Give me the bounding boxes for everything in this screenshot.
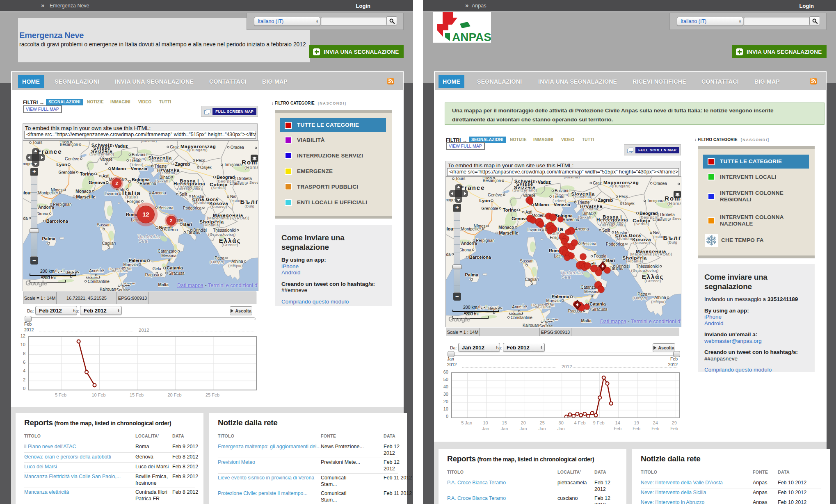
chart-point-feb-3-2012[interactable]: [576, 412, 579, 415]
nav-item-home[interactable]: HOME: [18, 75, 44, 88]
date-from-select[interactable]: Feb 2012▲▼: [35, 306, 77, 315]
timeline-chart[interactable]: [451, 372, 680, 418]
category-item-interruzione-servizi[interactable]: INTERRUZIONE SERVIZI: [280, 152, 386, 159]
report-link[interactable]: Protezione Civile: persiste il maltempo.…: [218, 490, 320, 497]
chart-point-feb-7-2012[interactable]: [77, 340, 80, 343]
topbar-site-name[interactable]: Anpas: [472, 3, 486, 9]
language-select[interactable]: Italiano (IT)▲▼: [254, 17, 320, 26]
howto-form-link[interactable]: Compilando questo modulo: [704, 367, 808, 373]
report-marker[interactable]: [598, 286, 604, 293]
nav-item-ricevi-notifiche[interactable]: RICEVI NOTIFICHE: [627, 75, 692, 88]
report-link[interactable]: Neve: l'intervento in Abruzzo: [641, 499, 752, 504]
nav-item-invia-una-segnalazione[interactable]: INVIA UNA SEGNALAZIONE: [533, 75, 622, 88]
timeline-slider[interactable]: [450, 353, 678, 356]
category-item-trasporti-pubblici[interactable]: TRASPORTI PUBBLICI: [280, 183, 386, 190]
timeline-chart[interactable]: [28, 336, 257, 390]
chart-point-jan-31-2012[interactable]: [565, 415, 568, 417]
p0-map-pan-control[interactable]: [26, 148, 45, 167]
filter-tab-tutti[interactable]: TUTTI: [582, 137, 594, 142]
report-link[interactable]: Luco dei Marsi: [24, 463, 135, 470]
report-marker[interactable]: [564, 255, 570, 261]
chart-point-feb-5-2012[interactable]: [583, 412, 586, 415]
p0-zoom-slider-track[interactable]: [31, 176, 37, 257]
map-box[interactable]: ToursDijonBesançonVaduzGrazOradeaPiatra-…: [23, 140, 258, 291]
category-item-interventi-colonna-nazionale[interactable]: INTERVENTI COLONNA NAZIONALE: [703, 214, 809, 228]
nav-item-contattaci[interactable]: CONTATTACI: [696, 75, 744, 88]
category-item-interventi-colonne-regionali[interactable]: INTERVENTI COLONNE REGIONALI: [703, 189, 809, 203]
report-link[interactable]: Neve: l'intervento della Sicilia: [641, 489, 752, 496]
chart-point-feb-11-2012[interactable]: [606, 382, 609, 385]
report-link[interactable]: P.A. Croce Bianca Teramo: [447, 479, 557, 486]
report-link[interactable]: Mancanza Elettricità via Colle San Paolo…: [24, 473, 135, 480]
p1-layers-button[interactable]: [674, 191, 681, 198]
cluster-marker-2[interactable]: 2: [165, 214, 178, 227]
search-input[interactable]: [321, 17, 387, 26]
pan-left-icon[interactable]: [28, 156, 30, 159]
filter-tab-immagini[interactable]: IMMAGINI: [533, 137, 553, 142]
play-timeline-button[interactable]: Ascolta: [653, 343, 675, 352]
view-full-map-button[interactable]: VIEW FULL MAP: [446, 142, 485, 150]
category-item-viabilit-[interactable]: VIABILITÀ: [280, 137, 386, 144]
category-item-che-tempo-fa[interactable]: CHE TEMPO FA: [703, 233, 809, 247]
site-title[interactable]: Emergenza Neve: [19, 31, 84, 40]
chart-point-feb-7-2012[interactable]: [591, 411, 594, 415]
report-marker[interactable]: [580, 253, 586, 260]
p1-zoom-in-button[interactable]: +: [453, 204, 461, 212]
chart-point-feb-12-2012[interactable]: [610, 402, 613, 405]
category-item-tutte-le-categorie[interactable]: TUTTE LE CATEGORIE: [703, 155, 809, 169]
pan-up-icon[interactable]: [457, 186, 460, 188]
report-link[interactable]: Lieve evento sismico in provincia di Ver…: [218, 474, 320, 481]
play-timeline-button[interactable]: Ascolta: [230, 306, 252, 315]
report-marker[interactable]: [528, 199, 533, 205]
p1-zoom-out-button[interactable]: −: [453, 293, 461, 301]
attribution-data-link[interactable]: Dati mappa: [600, 319, 626, 324]
pan-left-icon[interactable]: [451, 192, 453, 195]
filter-tab-tutti[interactable]: TUTTI: [159, 100, 171, 104]
pan-right-icon[interactable]: [464, 192, 466, 195]
attribution-data-link[interactable]: Dati mappa: [177, 283, 203, 288]
full-screen-map-button[interactable]: FULL SCREEN MAP: [635, 147, 679, 153]
report-link[interactable]: Neve: l'intervento della Valle D'Aosta: [641, 479, 752, 486]
category-item-interventi-locali[interactable]: INTERVENTI LOCALI: [703, 173, 809, 180]
anpas-logo[interactable]: ANPAS: [433, 11, 491, 43]
app-link-android[interactable]: Android: [704, 320, 808, 327]
login-link[interactable]: Login: [356, 3, 370, 9]
app-link-android[interactable]: Android: [281, 269, 385, 276]
report-marker[interactable]: [571, 239, 578, 246]
chart-point-feb-2-2012[interactable]: [572, 414, 575, 417]
report-link[interactable]: Mancanza elettricità: [24, 489, 135, 495]
p0-layers-button[interactable]: [251, 155, 258, 162]
filter-collapse-arrow-icon[interactable]: ↓: [694, 137, 698, 142]
date-to-select[interactable]: Feb 2012▲▼: [80, 306, 122, 315]
rss-icon[interactable]: [810, 78, 817, 84]
nav-item-big-map[interactable]: BIG MAP: [257, 75, 293, 88]
embed-code-input[interactable]: <iframe src="https://anpasneve.crowdmap.…: [447, 168, 679, 176]
report-marker[interactable]: [565, 229, 571, 235]
category-hide-link[interactable]: [NASCONDI]: [318, 101, 347, 105]
double-chevron-icon[interactable]: »: [41, 2, 43, 9]
map-box[interactable]: ToursDijonBesançonVaduzGrazOradeaPiatra-…: [445, 176, 681, 327]
p1-zoom-slider-handle[interactable]: [452, 265, 462, 269]
chart-point-feb-8-2012[interactable]: [85, 370, 88, 374]
nav-item-big-map[interactable]: BIG MAP: [749, 75, 785, 88]
nav-item-invia-una-segnalazione[interactable]: INVIA UNA SEGNALAZIONE: [110, 75, 199, 88]
submit-report-button[interactable]: INVIA UNA SEGNALAZIONE: [732, 45, 827, 58]
nav-item-segnalazioni[interactable]: SEGNALAZIONI: [49, 75, 105, 88]
report-marker[interactable]: [549, 214, 557, 221]
chart-point-feb-4-2012[interactable]: [579, 414, 582, 417]
pan-right-icon[interactable]: [41, 156, 43, 159]
attribution-terms-link[interactable]: Termini e condizioni d'uso: [631, 319, 681, 324]
filter-collapse-arrow-icon[interactable]: ↓: [272, 101, 275, 105]
search-button[interactable]: [386, 16, 397, 25]
p1-map-pan-control[interactable]: [449, 184, 468, 203]
report-link[interactable]: Genova: orari e percorsi della autobotti: [24, 454, 135, 460]
cluster-marker-12[interactable]: 12: [134, 203, 158, 226]
pan-down-icon[interactable]: [34, 163, 37, 165]
rss-icon[interactable]: [387, 78, 394, 84]
nav-item-home[interactable]: HOME: [439, 75, 464, 88]
chart-point-feb-1-2012[interactable]: [568, 413, 571, 416]
search-input[interactable]: [744, 17, 810, 26]
date-to-select[interactable]: Feb 2012▲▼: [503, 343, 545, 352]
report-link[interactable]: Previsioni Meteo: [218, 459, 320, 465]
cluster-marker-2[interactable]: 2: [110, 177, 123, 190]
